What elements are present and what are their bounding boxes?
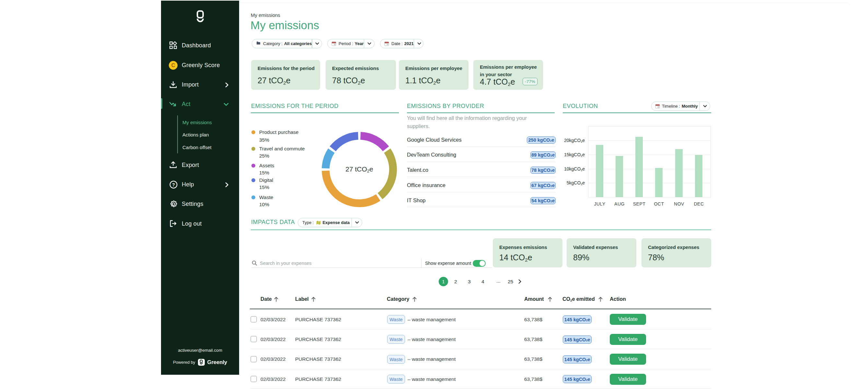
svg-text:?: ? <box>172 182 175 187</box>
